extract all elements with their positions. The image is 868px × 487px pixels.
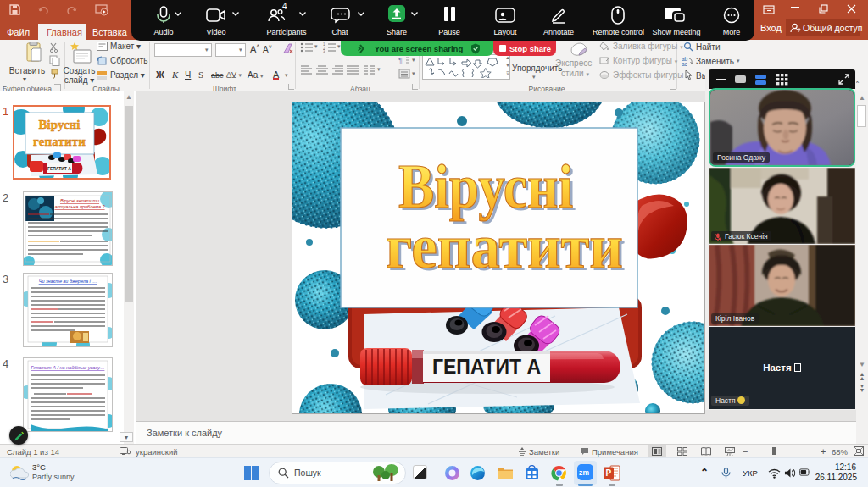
- svg-text:Чи знаєте ви джерела і ....: Чи знаєте ви джерела і ....: [39, 279, 97, 284]
- svg-text:P: P: [606, 468, 612, 478]
- svg-text:гепатити: гепатити: [386, 212, 623, 281]
- svg-text:актуальна проблема ?: актуальна проблема ?: [54, 204, 105, 209]
- svg-text:Вірусні: Вірусні: [398, 152, 573, 221]
- svg-text:ac: ac: [682, 61, 688, 66]
- svg-text:ГЕПАТИТ А: ГЕПАТИТ А: [47, 166, 71, 171]
- svg-text:3: 3: [323, 49, 326, 53]
- svg-text:Вірусні: Вірусні: [39, 118, 81, 131]
- svg-text:гепатити: гепатити: [33, 135, 86, 148]
- svg-text:ГЕПАТИТ А: ГЕПАТИТ А: [432, 356, 541, 378]
- svg-text:Гепатит А / на найбільш увагу.: Гепатит А / на найбільш увагу....: [31, 365, 105, 370]
- svg-text:Вірусні гепатити: Вірусні гепатити: [60, 198, 99, 203]
- svg-text:¶: ¶: [398, 56, 403, 64]
